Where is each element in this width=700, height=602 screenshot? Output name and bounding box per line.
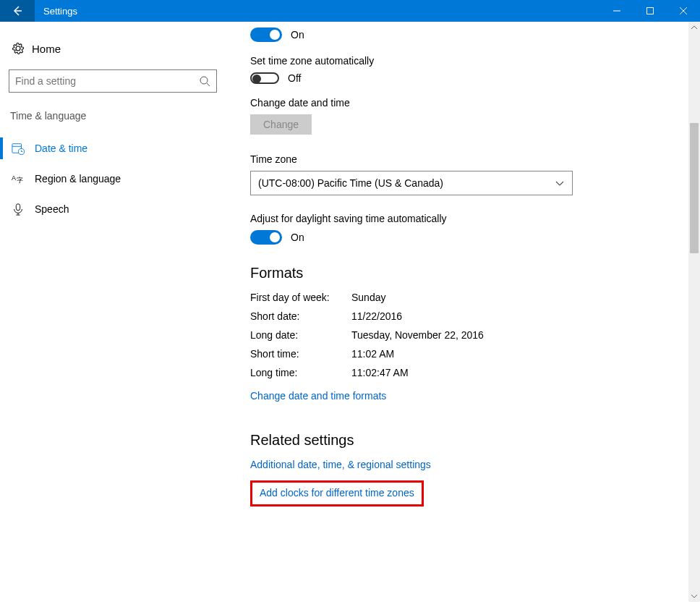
add-clocks-link[interactable]: Add clocks for different time zones — [260, 487, 414, 499]
nav-speech[interactable]: Speech — [0, 194, 217, 224]
change-formats-link[interactable]: Change date and time formats — [250, 390, 386, 402]
set-tz-auto-toggle[interactable] — [250, 72, 279, 84]
toggle-state-label: On — [291, 29, 304, 41]
svg-point-1 — [200, 77, 208, 84]
search-box[interactable] — [9, 69, 217, 93]
scroll-up-button[interactable] — [688, 22, 700, 33]
content-pane: On Set time zone automatically Off Chang… — [226, 22, 700, 602]
dst-toggle[interactable] — [250, 230, 282, 245]
vertical-scrollbar[interactable] — [688, 22, 700, 602]
change-button[interactable]: Change — [250, 114, 312, 135]
dst-row: On — [250, 230, 700, 245]
maximize-icon — [646, 7, 654, 15]
window-title: Settings — [35, 6, 600, 17]
nav-label: Region & language — [35, 173, 121, 185]
chevron-down-icon — [691, 593, 698, 600]
set-tz-auto-label: Set time zone automatically — [250, 55, 700, 67]
calendar-clock-icon — [12, 142, 35, 155]
minimize-icon — [612, 7, 621, 15]
toggle-state-label: Off — [288, 72, 301, 84]
chevron-down-icon — [555, 178, 565, 188]
home-nav[interactable]: Home — [9, 38, 217, 59]
nav-region-language[interactable]: A字 Region & language — [0, 164, 217, 194]
window-controls — [600, 0, 700, 22]
additional-settings-link[interactable]: Additional date, time, & regional settin… — [250, 459, 431, 470]
toggle-state-label: On — [291, 232, 304, 243]
dst-label: Adjust for daylight saving time automati… — [250, 213, 700, 224]
minimize-button[interactable] — [600, 0, 633, 22]
search-icon — [199, 75, 210, 87]
format-value: 11/22/2016 — [351, 310, 402, 322]
close-icon — [679, 7, 688, 15]
chevron-up-icon — [691, 24, 698, 31]
change-dt-label: Change date and time — [250, 97, 700, 109]
maximize-button[interactable] — [633, 0, 667, 22]
scroll-down-button[interactable] — [688, 590, 700, 602]
format-row: Long date: Tuesday, November 22, 2016 — [250, 329, 700, 341]
format-row: Short time: 11:02 AM — [250, 348, 700, 360]
format-value: Sunday — [351, 292, 385, 303]
format-value: 11:02 AM — [351, 348, 394, 360]
sidebar: Home Time & language Date & time A字 Regi… — [0, 22, 226, 602]
related-heading: Related settings — [250, 432, 700, 449]
set-tz-auto-row: Off — [250, 72, 700, 84]
microphone-icon — [12, 203, 35, 216]
svg-rect-0 — [647, 8, 654, 14]
titlebar: Settings — [0, 0, 700, 22]
format-row: Short date: 11/22/2016 — [250, 310, 700, 322]
format-value: 11:02:47 AM — [351, 367, 409, 378]
svg-text:字: 字 — [17, 177, 23, 184]
arrow-left-icon — [12, 5, 23, 17]
nav-date-time[interactable]: Date & time — [0, 133, 217, 164]
set-time-auto-toggle[interactable] — [250, 27, 282, 42]
set-time-auto-row: On — [250, 27, 700, 42]
format-key: Short time: — [250, 348, 351, 360]
formats-heading: Formats — [250, 265, 700, 281]
format-key: Long date: — [250, 329, 351, 341]
scrollbar-thumb[interactable] — [690, 123, 699, 253]
svg-rect-6 — [16, 204, 20, 211]
home-label: Home — [32, 43, 61, 55]
format-row: Long time: 11:02:47 AM — [250, 367, 700, 378]
timezone-value: (UTC-08:00) Pacific Time (US & Canada) — [258, 177, 443, 189]
format-key: Long time: — [250, 367, 351, 378]
svg-text:A: A — [12, 174, 16, 182]
search-input[interactable] — [15, 75, 199, 87]
language-icon: A字 — [12, 172, 35, 185]
gear-icon — [12, 42, 32, 55]
format-key: First day of week: — [250, 292, 351, 303]
timezone-select[interactable]: (UTC-08:00) Pacific Time (US & Canada) — [250, 171, 573, 195]
close-button[interactable] — [667, 0, 700, 22]
back-button[interactable] — [0, 0, 35, 22]
nav-label: Speech — [35, 203, 69, 215]
format-key: Short date: — [250, 310, 351, 322]
format-row: First day of week: Sunday — [250, 292, 700, 303]
category-header: Time & language — [9, 110, 217, 122]
format-value: Tuesday, November 22, 2016 — [351, 329, 484, 341]
nav-label: Date & time — [35, 143, 88, 154]
tz-label: Time zone — [250, 153, 700, 165]
highlight-annotation: Add clocks for different time zones — [250, 480, 424, 506]
